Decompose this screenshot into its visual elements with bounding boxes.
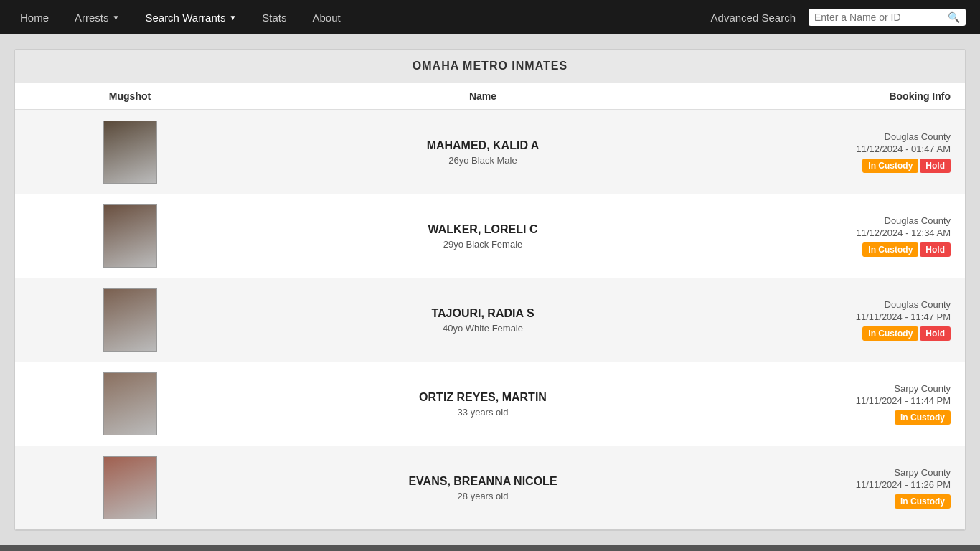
inmate-name: TAJOURI, RADIA S [245,307,721,320]
name-cell: ORTIZ REYES, MARTIN33 years old [230,391,735,418]
table-row[interactable]: WALKER, LORELI C29yo Black FemaleDouglas… [15,194,965,278]
table-row[interactable]: MAHAMED, KALID A26yo Black MaleDouglas C… [15,110,965,194]
booking-cell: Sarpy County11/11/2024 - 11:44 PMIn Cust… [735,383,951,425]
mugshot-image [103,288,157,352]
badges: In CustodyHold [735,242,951,257]
inmate-name: ORTIZ REYES, MARTIN [245,391,721,404]
in-custody-badge: In Custody [895,494,951,509]
search-icon[interactable]: 🔍 [948,11,960,23]
badges: In Custody [735,410,951,425]
name-cell: MAHAMED, KALID A26yo Black Male [230,139,735,166]
nav-stats[interactable]: Stats [249,0,299,34]
booking-date: 11/11/2024 - 11:44 PM [735,395,951,406]
inmate-details: 33 years old [245,407,721,418]
in-custody-badge: In Custody [895,410,951,425]
navigation: Home Arrests ▼ Search Warrants ▼ Stats A… [0,0,980,34]
booking-date: 11/12/2024 - 01:47 AM [735,143,951,154]
search-warrants-dropdown-icon: ▼ [229,14,236,22]
booking-county: Douglas County [735,215,951,226]
booking-county: Sarpy County [735,467,951,478]
booking-cell: Douglas County11/12/2024 - 01:47 AMIn Cu… [735,131,951,173]
table-row[interactable]: TAJOURI, RADIA S40yo White FemaleDouglas… [15,278,965,362]
mugshot-image [103,121,157,184]
booking-date: 11/11/2024 - 11:26 PM [735,479,951,490]
badges: In CustodyHold [735,326,951,341]
table-row[interactable]: EVANS, BREANNA NICOLE28 years oldSarpy C… [15,446,965,530]
name-cell: TAJOURI, RADIA S40yo White Female [230,307,735,334]
name-cell: WALKER, LORELI C29yo Black Female [230,223,735,250]
name-cell: EVANS, BREANNA NICOLE28 years old [230,475,735,501]
col-mugshot: Mugshot [29,90,230,102]
mugshot-cell [29,204,230,268]
booking-cell: Douglas County11/11/2024 - 11:47 PMIn Cu… [735,299,951,341]
in-custody-badge: In Custody [862,242,918,257]
hold-badge: Hold [920,326,951,341]
mugshot-image [103,204,157,268]
col-booking: Booking Info [735,90,951,102]
inmates-list: MAHAMED, KALID A26yo Black MaleDouglas C… [15,110,965,530]
in-custody-badge: In Custody [862,326,918,341]
mugshot-cell [29,121,230,184]
inmate-details: 28 years old [245,491,721,501]
main-content: OMAHA METRO INMATES Mugshot Name Booking… [0,34,980,545]
booking-date: 11/11/2024 - 11:47 PM [735,311,951,322]
inmate-details: 26yo Black Male [245,155,721,166]
nav-search-warrants[interactable]: Search Warrants ▼ [132,0,249,34]
booking-county: Douglas County [735,299,951,310]
inmates-container: OMAHA METRO INMATES Mugshot Name Booking… [14,49,966,531]
col-name: Name [230,90,735,102]
mugshot-image [103,456,157,519]
mugshot-image [103,372,157,435]
inmate-details: 29yo Black Female [245,239,721,250]
booking-county: Douglas County [735,131,951,142]
mugshot-cell [29,288,230,352]
nav-home[interactable]: Home [7,0,62,34]
inmate-name: EVANS, BREANNA NICOLE [245,475,721,488]
hold-badge: Hold [920,159,951,173]
mugshot-cell [29,456,230,519]
page-title: OMAHA METRO INMATES [15,50,965,83]
badges: In Custody [735,494,951,509]
table-row[interactable]: ORTIZ REYES, MARTIN33 years oldSarpy Cou… [15,362,965,446]
table-header: Mugshot Name Booking Info [15,83,965,110]
nav-advanced-search[interactable]: Advanced Search [698,11,809,24]
nav-arrests[interactable]: Arrests ▼ [62,0,132,34]
hold-badge: Hold [920,242,951,257]
arrests-dropdown-icon: ▼ [113,14,120,22]
nav-about[interactable]: About [300,0,354,34]
booking-county: Sarpy County [735,383,951,394]
booking-cell: Sarpy County11/11/2024 - 11:26 PMIn Cust… [735,467,951,509]
booking-cell: Douglas County11/12/2024 - 12:34 AMIn Cu… [735,215,951,257]
booking-date: 11/12/2024 - 12:34 AM [735,227,951,238]
badges: In CustodyHold [735,159,951,173]
inmate-details: 40yo White Female [245,323,721,334]
inmate-name: WALKER, LORELI C [245,223,721,236]
mugshot-cell [29,372,230,435]
in-custody-badge: In Custody [862,159,918,173]
inmate-name: MAHAMED, KALID A [245,139,721,152]
search-bar: 🔍 [809,9,966,26]
search-input[interactable] [814,11,943,23]
